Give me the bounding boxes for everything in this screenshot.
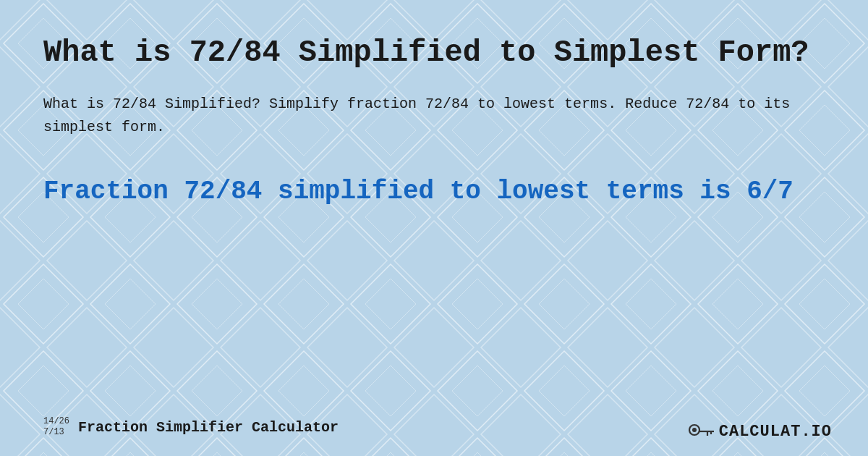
footer-fraction-bottom: 7/13 xyxy=(43,427,69,439)
footer-label: Fraction Simplifier Calculator xyxy=(78,419,339,436)
result-heading: Fraction 72/84 simplified to lowest term… xyxy=(43,175,825,209)
page-title: What is 72/84 Simplified to Simplest For… xyxy=(43,35,825,71)
logo-text: CALCULAT.IO xyxy=(719,423,832,441)
footer-fractions: 14/26 7/13 xyxy=(43,416,69,439)
footer-fraction-top: 14/26 xyxy=(43,416,69,428)
svg-point-7 xyxy=(692,428,697,432)
key-icon xyxy=(689,421,715,442)
footer: 14/26 7/13 Fraction Simplifier Calculato… xyxy=(43,416,339,439)
footer-logo: CALCULAT.IO xyxy=(689,421,832,442)
page-description: What is 72/84 Simplified? Simplify fract… xyxy=(43,93,825,139)
